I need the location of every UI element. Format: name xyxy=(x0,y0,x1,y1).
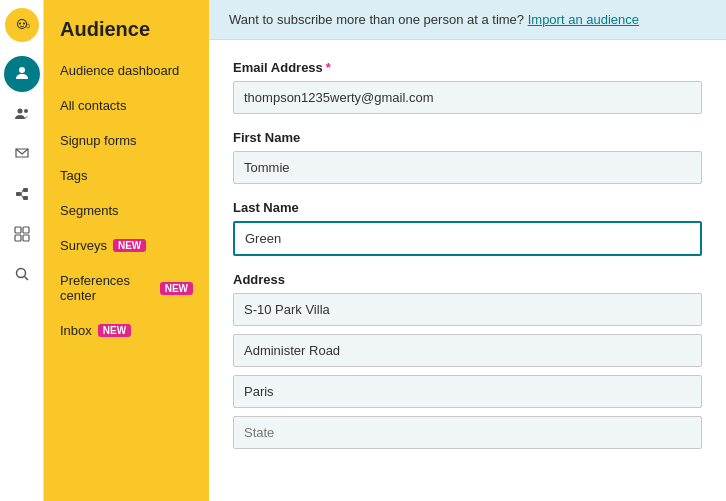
sidebar-item-inbox[interactable]: Inbox New xyxy=(44,313,209,348)
svg-point-3 xyxy=(19,23,21,25)
email-input[interactable] xyxy=(233,81,702,114)
sidebar-item-label: Surveys xyxy=(60,238,107,253)
svg-line-12 xyxy=(21,194,23,198)
svg-line-18 xyxy=(24,277,28,281)
rail-campaigns-icon[interactable] xyxy=(4,136,40,172)
sidebar-item-label: Signup forms xyxy=(60,133,137,148)
import-audience-link[interactable]: Import an audience xyxy=(528,12,639,27)
sidebar-item-signup-forms[interactable]: Signup forms xyxy=(44,123,209,158)
svg-rect-14 xyxy=(23,227,29,233)
svg-point-7 xyxy=(24,109,28,113)
sidebar-item-label: Tags xyxy=(60,168,87,183)
rail-search-icon[interactable] xyxy=(4,256,40,292)
sidebar-item-audience-dashboard[interactable]: Audience dashboard xyxy=(44,53,209,88)
svg-point-4 xyxy=(23,23,25,25)
address-field-group: Address xyxy=(233,272,702,449)
last-name-input[interactable] xyxy=(233,221,702,256)
svg-point-17 xyxy=(16,269,25,278)
sidebar-item-surveys[interactable]: Surveys New xyxy=(44,228,209,263)
svg-rect-15 xyxy=(15,235,21,241)
address-line2-input[interactable] xyxy=(233,334,702,367)
address-city-input[interactable] xyxy=(233,375,702,408)
sidebar: Audience Audience dashboard All contacts… xyxy=(44,0,209,501)
email-field-group: Email Address * xyxy=(233,60,702,114)
sidebar-item-tags[interactable]: Tags xyxy=(44,158,209,193)
sidebar-item-label: Inbox xyxy=(60,323,92,338)
rail-audience-icon[interactable] xyxy=(4,56,40,92)
address-state-input[interactable] xyxy=(233,416,702,449)
last-name-label: Last Name xyxy=(233,200,702,215)
sidebar-item-preferences-center[interactable]: Preferences center New xyxy=(44,263,209,313)
rail-analytics-icon[interactable] xyxy=(4,216,40,252)
svg-rect-13 xyxy=(15,227,21,233)
svg-rect-9 xyxy=(23,188,28,192)
icon-rail xyxy=(0,0,44,501)
sidebar-item-label: All contacts xyxy=(60,98,126,113)
rail-contacts-icon[interactable] xyxy=(4,96,40,132)
preferences-new-badge: New xyxy=(160,282,193,295)
svg-rect-8 xyxy=(16,192,21,196)
rail-automations-icon[interactable] xyxy=(4,176,40,212)
main-content: Want to subscribe more than one person a… xyxy=(209,0,726,501)
address-label: Address xyxy=(233,272,702,287)
email-label: Email Address * xyxy=(233,60,702,75)
sidebar-item-label: Audience dashboard xyxy=(60,63,179,78)
svg-rect-10 xyxy=(23,196,28,200)
sidebar-nav: Audience dashboard All contacts Signup f… xyxy=(44,53,209,348)
address-line1-input[interactable] xyxy=(233,293,702,326)
sidebar-title: Audience xyxy=(44,0,209,53)
first-name-field-group: First Name xyxy=(233,130,702,184)
banner-text: Want to subscribe more than one person a… xyxy=(229,12,524,27)
sidebar-item-all-contacts[interactable]: All contacts xyxy=(44,88,209,123)
sidebar-item-label: Preferences center xyxy=(60,273,154,303)
info-banner: Want to subscribe more than one person a… xyxy=(209,0,726,40)
svg-point-6 xyxy=(17,109,22,114)
svg-point-5 xyxy=(26,24,29,28)
surveys-new-badge: New xyxy=(113,239,146,252)
mailchimp-logo[interactable] xyxy=(5,8,39,42)
last-name-field-group: Last Name xyxy=(233,200,702,256)
svg-rect-16 xyxy=(23,235,29,241)
required-marker: * xyxy=(326,60,331,75)
sidebar-item-segments[interactable]: Segments xyxy=(44,193,209,228)
first-name-label: First Name xyxy=(233,130,702,145)
form-area: Email Address * First Name Last Name Add… xyxy=(209,40,726,485)
svg-line-11 xyxy=(21,190,23,194)
sidebar-item-label: Segments xyxy=(60,203,119,218)
inbox-new-badge: New xyxy=(98,324,131,337)
first-name-input[interactable] xyxy=(233,151,702,184)
